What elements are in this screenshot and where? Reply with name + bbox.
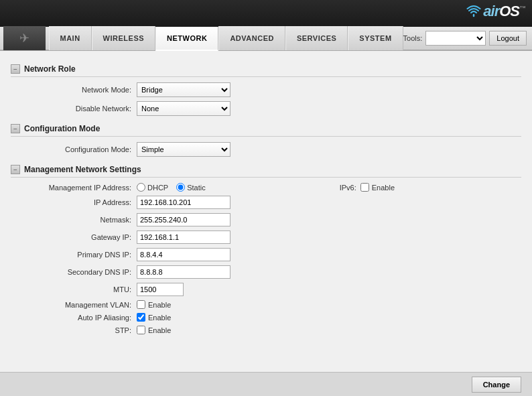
netmask-label: Netmask: [24, 216, 131, 224]
header: airOS™ [0, 0, 532, 27]
ipv6-checkbox-label[interactable]: Enable [360, 183, 395, 192]
netmask-input[interactable] [137, 213, 230, 226]
config-mode-label: Configuration Mode: [24, 145, 131, 153]
dhcp-label: DHCP [147, 184, 168, 192]
network-mode-row: Network Mode: Bridge Router SOHO Router [11, 82, 521, 97]
mtu-input[interactable] [137, 283, 184, 296]
logout-button[interactable]: Logout [489, 31, 527, 46]
tab-network[interactable]: NETWORK [155, 27, 218, 51]
stp-checkbox[interactable] [137, 326, 145, 334]
static-label: Static [187, 184, 206, 192]
ip-address-input[interactable] [137, 196, 230, 209]
logo-text: airOS™ [483, 3, 525, 20]
primary-dns-row: Primary DNS IP: [11, 248, 521, 261]
change-button[interactable]: Change [472, 377, 521, 393]
network-mode-label: Network Mode: [24, 86, 131, 94]
mgmt-network-collapse-btn[interactable]: − [11, 165, 20, 174]
stp-label: STP: [24, 326, 131, 334]
gateway-label: Gateway IP: [24, 233, 131, 241]
tab-wireless[interactable]: WIRELESS [92, 26, 155, 50]
config-mode-select[interactable]: Simple Advanced [137, 142, 230, 157]
static-radio[interactable] [176, 183, 185, 192]
disable-network-label: Disable Network: [24, 105, 131, 113]
footer: Change [0, 372, 532, 396]
secondary-dns-input[interactable] [137, 265, 230, 279]
network-role-collapse-btn[interactable]: − [11, 64, 20, 74]
tab-system[interactable]: SYSTEM [348, 26, 403, 50]
wifi-icon [466, 4, 481, 19]
tab-services[interactable]: SERVICES [285, 26, 348, 50]
primary-dns-label: Primary DNS IP: [24, 251, 131, 259]
auto-ip-aliasing-enable-label: Enable [148, 314, 171, 322]
stp-checkbox-label[interactable]: Enable [137, 326, 171, 334]
mgmt-vlan-label: Management VLAN: [24, 301, 131, 309]
network-mode-select[interactable]: Bridge Router SOHO Router [137, 82, 230, 97]
ipv6-label: IPv6: [340, 184, 356, 192]
primary-dns-input[interactable] [137, 248, 230, 261]
ip-address-label: IP Address: [24, 198, 131, 206]
mgmt-network-title: Management Network Settings [24, 165, 141, 174]
mgmt-vlan-row: Management VLAN: Enable [11, 300, 521, 309]
config-mode-collapse-btn[interactable]: − [11, 124, 20, 133]
config-mode-section-header: − Configuration Mode [11, 124, 521, 137]
auto-ip-aliasing-checkbox-label[interactable]: Enable [137, 313, 171, 322]
tools-label: Tools: [403, 34, 423, 42]
disable-network-select[interactable]: None Wireless LAN [137, 101, 230, 116]
dhcp-radio[interactable] [137, 183, 145, 192]
disable-network-row: Disable Network: None Wireless LAN [11, 101, 521, 116]
mgmt-vlan-checkbox[interactable] [137, 300, 145, 309]
mtu-row: MTU: [11, 283, 521, 296]
mgmt-ip-row: Management IP Address: DHCP Static IPv6:… [11, 183, 521, 192]
nav-logo-icon: ✈ [19, 31, 29, 46]
stp-row: STP: Enable [11, 326, 521, 334]
auto-ip-aliasing-checkbox[interactable] [137, 313, 145, 322]
tab-advanced[interactable]: ADVANCED [218, 26, 285, 50]
config-mode-row: Configuration Mode: Simple Advanced [11, 142, 521, 157]
ip-address-row: IP Address: [11, 196, 521, 209]
logo-container: airOS™ [466, 3, 525, 20]
tools-area: Tools: Logout [403, 31, 532, 46]
mgmt-network-section-header: − Management Network Settings [11, 165, 521, 178]
network-role-title: Network Role [24, 64, 76, 74]
ipv6-checkbox[interactable] [360, 183, 369, 192]
navbar: ✈ MAIN WIRELESS NETWORK ADVANCED SERVICE… [0, 27, 532, 51]
mgmt-vlan-enable-label: Enable [148, 301, 171, 309]
mgmt-ip-radio-group: DHCP Static [137, 183, 206, 192]
mgmt-ip-label: Management IP Address: [24, 184, 131, 192]
main-content: − Network Role Network Mode: Bridge Rout… [0, 51, 532, 396]
nav-logo: ✈ [3, 26, 46, 50]
auto-ip-aliasing-row: Auto IP Aliasing: Enable [11, 313, 521, 322]
secondary-dns-label: Secondary DNS IP: [24, 268, 131, 276]
network-role-section-header: − Network Role [11, 64, 521, 77]
ipv6-enable-label: Enable [372, 184, 395, 192]
config-mode-title: Configuration Mode [24, 124, 100, 133]
dhcp-radio-label[interactable]: DHCP [137, 183, 168, 192]
static-radio-label[interactable]: Static [176, 183, 206, 192]
mtu-label: MTU: [24, 285, 131, 293]
tools-select[interactable] [425, 31, 486, 46]
netmask-row: Netmask: [11, 213, 521, 226]
gateway-input[interactable] [137, 230, 230, 244]
tab-main[interactable]: MAIN [49, 26, 92, 50]
gateway-row: Gateway IP: [11, 230, 521, 244]
ipv6-area: IPv6: Enable [340, 183, 462, 192]
stp-enable-label: Enable [148, 326, 171, 334]
auto-ip-aliasing-label: Auto IP Aliasing: [24, 314, 131, 322]
secondary-dns-row: Secondary DNS IP: [11, 265, 521, 279]
mgmt-vlan-checkbox-label[interactable]: Enable [137, 300, 171, 309]
